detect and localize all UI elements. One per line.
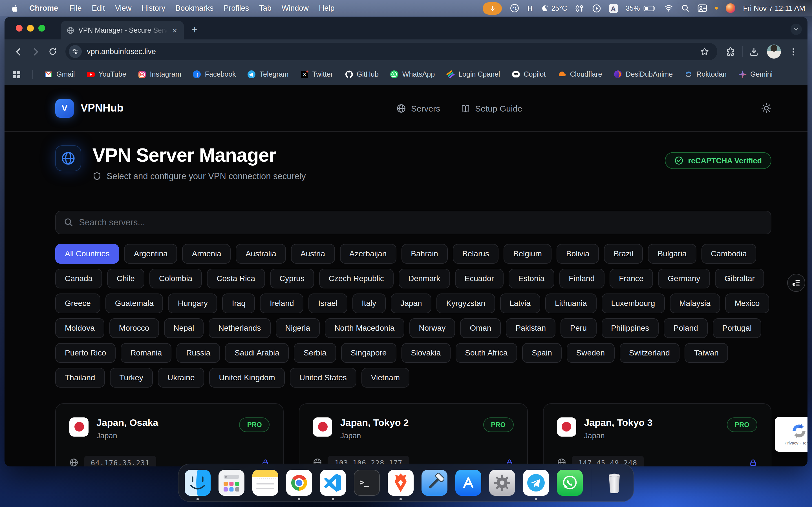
country-filter-chip[interactable]: United States (290, 368, 356, 387)
country-filter-chip[interactable]: Taiwan (684, 343, 728, 362)
user-profile-icon[interactable] (725, 3, 735, 13)
fast-user-switch-icon[interactable] (697, 4, 707, 12)
country-filter-chip[interactable]: Norway (409, 318, 455, 338)
country-filter-chip[interactable]: Ukraine (158, 368, 204, 387)
dock-brave-icon[interactable] (388, 470, 414, 496)
country-filter-chip[interactable]: North Macedonia (325, 318, 404, 338)
address-bar[interactable]: vpn.anbuinfosec.live (65, 43, 717, 60)
bookmark-copilot[interactable]: Copilot (511, 70, 546, 79)
country-filter-chip[interactable]: Turkey (110, 368, 153, 387)
nav-setup-guide[interactable]: Setup Guide (460, 103, 522, 113)
country-filter-chip[interactable]: Chile (107, 269, 144, 288)
server-card[interactable]: Japan, Tokyo 2 Japan PRO 103.106.228.177 (299, 403, 528, 466)
country-filter-chip[interactable]: Denmark (399, 269, 450, 288)
country-filter-chip[interactable]: Guatemala (105, 293, 163, 313)
country-filter-chip[interactable]: Iraq (222, 293, 255, 313)
country-filter-chip[interactable]: Colombia (149, 269, 202, 288)
country-filter-chip[interactable]: Italy (352, 293, 386, 313)
country-filter-chip[interactable]: Vietnam (361, 368, 409, 387)
country-filter-chip[interactable]: France (609, 269, 653, 288)
country-filter-chip[interactable]: Greece (55, 293, 100, 313)
country-filter-chip[interactable]: Portugal (713, 318, 761, 338)
country-filter-chip[interactable]: Moldova (55, 318, 104, 338)
country-filter-chip[interactable]: Kyrgyzstan (437, 293, 495, 313)
dock-telegram-icon[interactable] (523, 470, 549, 496)
active-tab[interactable]: VPN Manager - Secure Server × (61, 21, 184, 40)
country-filter-chip[interactable]: Philippines (601, 318, 659, 338)
tab-search-chevron-icon[interactable] (791, 24, 802, 35)
now-playing-icon[interactable] (592, 4, 601, 13)
country-filter-chip[interactable]: Saudi Arabia (225, 343, 289, 362)
country-filter-chip[interactable]: Gibraltar (715, 269, 764, 288)
menu-edit[interactable]: Edit (87, 4, 110, 12)
site-brand[interactable]: V VPNHub (55, 99, 123, 117)
search-input[interactable] (79, 217, 763, 227)
bookmark-gmail[interactable]: Gmail (44, 70, 75, 79)
dock-settings-icon[interactable] (489, 470, 515, 496)
wifi-icon[interactable] (664, 4, 673, 12)
dock-appstore-icon[interactable] (455, 470, 481, 496)
menubar-clock[interactable]: Fri Nov 7 12:11 AM (743, 4, 805, 12)
privacy-terms-links[interactable]: Privacy - Terms (784, 441, 808, 446)
reload-button[interactable] (44, 43, 61, 60)
bookmark-gemini[interactable]: Gemini (738, 70, 772, 79)
country-filter-chip[interactable]: All Countries (55, 244, 119, 263)
country-filter-chip[interactable]: Oman (460, 318, 501, 338)
bookmark-cloudflare[interactable]: Cloudflare (557, 70, 602, 79)
menu-chrome[interactable]: Chrome (23, 4, 64, 12)
country-filter-chip[interactable]: Romania (121, 343, 171, 362)
dock-trash-icon[interactable] (601, 470, 627, 496)
dock-finder-icon[interactable] (185, 470, 211, 496)
country-filter-chip[interactable]: Belarus (453, 244, 499, 263)
server-card[interactable]: Japan, Tokyo 3 Japan PRO 147.45.49.248 (543, 403, 771, 466)
battery-item[interactable]: 35% (626, 4, 656, 12)
country-filter-chip[interactable]: Israel (309, 293, 347, 313)
theme-toggle-sun-icon[interactable] (761, 103, 771, 113)
dock-whatsapp-icon[interactable] (557, 470, 583, 496)
country-filter-chip[interactable]: Costa Rica (207, 269, 265, 288)
country-filter-chip[interactable]: Lithuania (545, 293, 597, 313)
bookmark-login-cpanel[interactable]: Login Cpanel (446, 70, 500, 79)
country-filter-chip[interactable]: Estonia (509, 269, 554, 288)
country-filter-chip[interactable]: Latvia (500, 293, 540, 313)
country-filter-chip[interactable]: Canada (55, 269, 102, 288)
country-filter-chip[interactable]: Peru (560, 318, 596, 338)
site-settings-icon[interactable] (69, 45, 82, 58)
new-tab-button[interactable]: + (192, 25, 198, 35)
country-filter-chip[interactable]: Argentina (124, 244, 177, 263)
country-filter-chip[interactable]: United Kingdom (209, 368, 285, 387)
country-filter-chip[interactable]: Armenia (183, 244, 231, 263)
country-filter-chip[interactable]: Nepal (164, 318, 204, 338)
bookmark-instagram[interactable]: Instagram (138, 70, 181, 79)
bookmark-star-icon[interactable] (700, 47, 709, 56)
dock-notes-icon[interactable] (252, 470, 278, 496)
bookmark-roktodan[interactable]: Roktodan (684, 70, 726, 79)
country-filter-chip[interactable]: Nigeria (275, 318, 320, 338)
weather-item[interactable]: 25°C (541, 4, 567, 12)
extensions-icon[interactable] (722, 47, 740, 57)
country-filter-chip[interactable]: Spain (522, 343, 562, 362)
country-filter-chip[interactable]: Australia (236, 244, 286, 263)
menu-tab[interactable]: Tab (254, 4, 276, 12)
minimize-window-button[interactable] (27, 25, 34, 32)
country-filter-chip[interactable]: Cambodia (701, 244, 756, 263)
server-search[interactable] (55, 210, 771, 234)
country-filter-chip[interactable]: Austria (291, 244, 335, 263)
country-filter-chip[interactable]: Hungary (168, 293, 217, 313)
country-filter-chip[interactable]: Switzerland (619, 343, 679, 362)
country-filter-chip[interactable]: Ireland (260, 293, 304, 313)
downloads-icon[interactable] (745, 47, 763, 57)
server-card[interactable]: Japan, Osaka Japan PRO 64.176.35.231 (55, 403, 284, 466)
menu-window[interactable]: Window (276, 4, 314, 12)
close-window-button[interactable] (16, 25, 22, 32)
dock-xcode-icon[interactable] (421, 470, 448, 496)
menu-view[interactable]: View (110, 4, 137, 12)
menu-file[interactable]: File (64, 4, 87, 12)
tab-close-icon[interactable]: × (171, 26, 178, 34)
microphone-in-use-icon[interactable] (483, 2, 502, 14)
country-filter-chip[interactable]: Poland (664, 318, 708, 338)
country-filter-chip[interactable]: Morocco (109, 318, 159, 338)
country-filter-chip[interactable]: Serbia (294, 343, 336, 362)
forward-button[interactable] (27, 43, 44, 60)
country-filter-chip[interactable]: Ecuador (455, 269, 504, 288)
